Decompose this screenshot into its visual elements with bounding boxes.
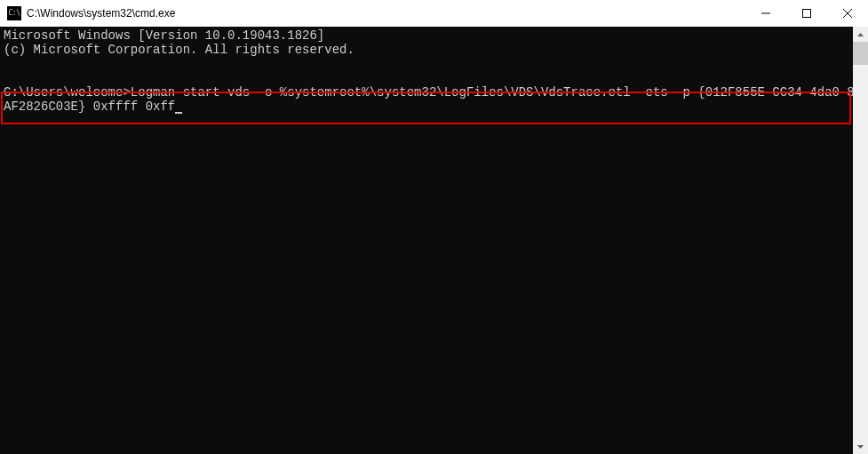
command-text-1: Logman start vds -o %systemroot%\system3… — [131, 85, 868, 100]
prompt-text: C:\Users\welcome> — [4, 85, 131, 100]
minimize-button[interactable] — [745, 0, 786, 27]
window-controls — [745, 0, 868, 27]
command-line-1: C:\Users\welcome>Logman start vds -o %sy… — [4, 85, 864, 100]
close-button[interactable] — [827, 0, 868, 27]
scroll-up-arrow-icon[interactable] — [853, 27, 868, 42]
console-header-line2: (c) Microsoft Corporation. All rights re… — [4, 43, 864, 57]
scroll-track[interactable] — [853, 42, 868, 439]
scroll-thumb[interactable] — [853, 42, 868, 65]
scroll-down-arrow-icon[interactable] — [853, 439, 868, 454]
cmd-icon: C:\ — [7, 6, 21, 20]
titlebar[interactable]: C:\ C:\Windows\system32\cmd.exe — [0, 0, 868, 27]
command-text-2: AF2826C03E} 0xffff 0xff — [4, 100, 175, 114]
svg-rect-1 — [803, 10, 811, 18]
console-area[interactable]: Microsoft Windows [Version 10.0.19043.18… — [0, 27, 868, 454]
window-title: C:\Windows\system32\cmd.exe — [27, 7, 745, 20]
text-cursor — [175, 112, 182, 114]
svg-marker-4 — [857, 33, 864, 36]
vertical-scrollbar[interactable] — [853, 27, 868, 454]
cmd-window: C:\ C:\Windows\system32\cmd.exe Microsof… — [0, 0, 868, 454]
blank-line — [4, 57, 864, 71]
command-block: C:\Users\welcome>Logman start vds -o %sy… — [4, 85, 864, 114]
maximize-button[interactable] — [786, 0, 827, 27]
svg-marker-5 — [857, 445, 864, 449]
console-header-line1: Microsoft Windows [Version 10.0.19043.18… — [4, 28, 864, 43]
command-line-2: AF2826C03E} 0xffff 0xff — [4, 100, 864, 114]
